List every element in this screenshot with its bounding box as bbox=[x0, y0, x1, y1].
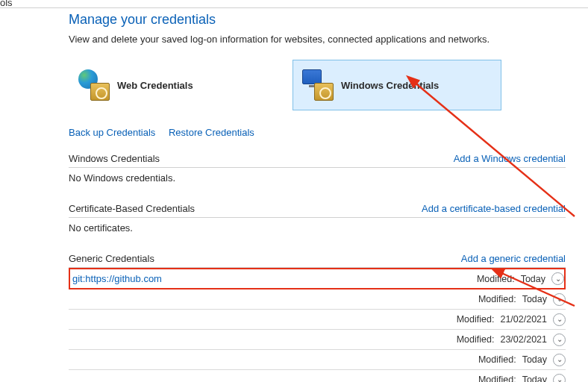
credential-row[interactable]: Modified: Today ⌄ bbox=[69, 289, 566, 310]
add-generic-credential-link[interactable]: Add a generic credential bbox=[461, 253, 566, 264]
page-title: Manage your credentials bbox=[69, 12, 566, 28]
cert-empty-text: No certificates. bbox=[69, 218, 566, 244]
modified-value: Today bbox=[522, 294, 547, 304]
modified-label: Modified: bbox=[478, 375, 516, 382]
modified-value: Today bbox=[522, 354, 547, 365]
chevron-down-icon[interactable]: ⌄ bbox=[553, 354, 566, 366]
add-windows-credential-link[interactable]: Add a Windows credential bbox=[454, 153, 566, 164]
credential-row[interactable]: Modified: Today ⌄ bbox=[69, 350, 566, 370]
modified-value: Today bbox=[522, 375, 547, 382]
modified-label: Modified: bbox=[478, 294, 516, 304]
chevron-down-icon[interactable]: ⌄ bbox=[553, 334, 566, 346]
tab-label: Windows Credentials bbox=[341, 80, 439, 91]
monitor-safe-icon bbox=[302, 69, 334, 101]
sidebar-fragment: ols bbox=[0, 0, 13, 8]
page-subtitle: View and delete your saved log-on inform… bbox=[69, 34, 566, 45]
modified-value: 23/02/2021 bbox=[500, 334, 547, 345]
chevron-down-icon[interactable]: ⌄ bbox=[553, 293, 566, 306]
credential-row[interactable]: Modified: 23/02/2021 ⌄ bbox=[69, 330, 566, 350]
chevron-down-icon[interactable]: ⌄ bbox=[551, 272, 564, 285]
credential-row[interactable]: Modified: 21/02/2021 ⌄ bbox=[69, 310, 566, 330]
section-title-windows: Windows Credentials bbox=[69, 153, 160, 164]
tab-label: Web Credentials bbox=[117, 80, 193, 91]
section-title-cert: Certificate-Based Credentials bbox=[69, 203, 195, 214]
tab-web-credentials[interactable]: Web Credentials bbox=[69, 60, 278, 110]
credential-row[interactable]: git:https://github.com Modified: Today ⌄ bbox=[69, 268, 566, 289]
credential-row[interactable]: Modified: Today ⌄ bbox=[69, 370, 566, 382]
modified-label: Modified: bbox=[477, 274, 515, 284]
restore-credentials-link[interactable]: Restore Credentials bbox=[169, 127, 254, 138]
backup-credentials-link[interactable]: Back up Credentials bbox=[69, 127, 155, 138]
tab-windows-credentials[interactable]: Windows Credentials bbox=[293, 60, 501, 110]
chevron-down-icon[interactable]: ⌄ bbox=[553, 313, 566, 326]
chevron-down-icon[interactable]: ⌄ bbox=[553, 374, 566, 383]
modified-label: Modified: bbox=[478, 354, 516, 365]
divider bbox=[0, 7, 588, 8]
modified-value: Today bbox=[521, 274, 545, 284]
section-title-generic: Generic Credentials bbox=[69, 253, 154, 264]
modified-label: Modified: bbox=[457, 334, 495, 345]
modified-value: 21/02/2021 bbox=[500, 314, 547, 325]
modified-label: Modified: bbox=[457, 314, 495, 325]
add-cert-credential-link[interactable]: Add a certificate-based credential bbox=[422, 203, 566, 214]
credential-name: git:https://github.com bbox=[72, 273, 162, 284]
globe-safe-icon bbox=[78, 69, 110, 101]
windows-empty-text: No Windows credentials. bbox=[69, 168, 566, 194]
